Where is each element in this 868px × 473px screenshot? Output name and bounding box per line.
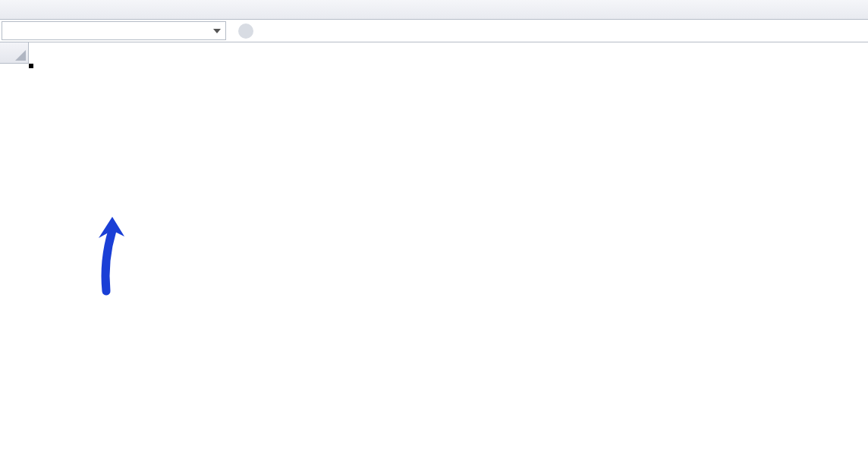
- formula-input[interactable]: [337, 25, 868, 36]
- select-all-corner[interactable]: [0, 42, 29, 64]
- ribbon-groups: [0, 0, 868, 20]
- column-headers: [29, 42, 868, 64]
- cell-selection: [29, 64, 33, 68]
- spreadsheet: [0, 42, 868, 64]
- fx-circle-icon: [238, 23, 253, 39]
- name-box[interactable]: [2, 21, 226, 40]
- name-box-dropdown-icon[interactable]: [213, 29, 221, 33]
- arrow-annotation: [82, 215, 143, 299]
- formula-bar: [0, 20, 868, 42]
- fx-area: [228, 20, 868, 42]
